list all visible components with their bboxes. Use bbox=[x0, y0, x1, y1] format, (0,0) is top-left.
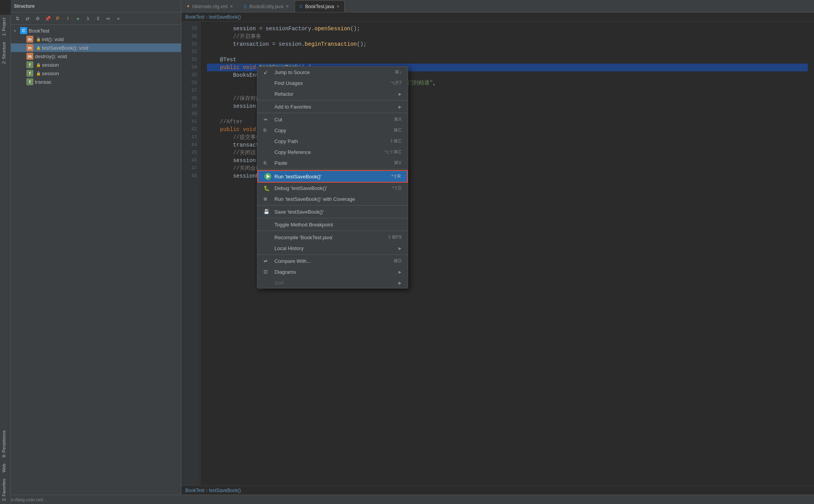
toolbar-f[interactable]: f bbox=[64, 14, 72, 23]
tab-book-test[interactable]: C BookTest.java ✕ bbox=[295, 0, 345, 12]
menu-item-copy[interactable]: ⎘ Copy ⌘C bbox=[257, 125, 408, 136]
bottom-breadcrumb-method[interactable]: testSaveBook() bbox=[209, 488, 241, 493]
tree-item-label: init(): void bbox=[42, 36, 64, 42]
tab-label: BookTest.java bbox=[305, 4, 334, 9]
toolbar-expand[interactable]: ⇕ bbox=[94, 14, 102, 23]
menu-item-compare-with[interactable]: ⇌ Compare With... ⌘D bbox=[257, 255, 408, 266]
toolbar-circle[interactable]: ● bbox=[74, 14, 82, 23]
menu-item-label: Copy Reference bbox=[274, 149, 376, 155]
menu-separator bbox=[257, 254, 408, 255]
menu-item-label: Find Usages bbox=[274, 80, 383, 86]
submenu-arrow: ▶ bbox=[398, 270, 402, 274]
toolbar-settings[interactable]: ⚙ bbox=[33, 14, 42, 23]
submenu-arrow: ▶ bbox=[398, 281, 402, 285]
run-triangle bbox=[267, 174, 270, 178]
context-menu-overlay: ↙ Jump to Source ⌘↓ Find Usages ⌥F7 Refa… bbox=[181, 22, 814, 485]
menu-shortcut: ^⇧R bbox=[391, 174, 401, 179]
class-icon: C bbox=[20, 27, 27, 34]
xml-icon: ✦ bbox=[186, 4, 190, 9]
menu-item-label: Recompile 'BookTest.java' bbox=[274, 235, 380, 240]
left-sidebar: 1: Project 2: Structure 8: Persistence W… bbox=[0, 15, 11, 504]
menu-item-run-coverage[interactable]: ⊞ Run 'testSaveBook()' with Coverage bbox=[257, 193, 408, 204]
breadcrumb-item[interactable]: testSaveBook() bbox=[209, 14, 241, 20]
java-icon: C bbox=[244, 4, 247, 9]
menu-item-add-to-favorites[interactable]: Add to Favorites ▶ bbox=[257, 101, 408, 112]
sidebar-item-web[interactable]: Web bbox=[0, 461, 10, 475]
structure-panel: Structure ⇅ ⇄ ⚙ 📌 P f ● λ ⇕ ⇔ » ▾ C Book… bbox=[11, 0, 181, 495]
menu-item-paste[interactable]: ⎗ Paste ⌘V bbox=[257, 157, 408, 168]
menu-item-save[interactable]: 💾 Save 'testSaveBook()' bbox=[257, 206, 408, 217]
menu-item-label: Diagrams bbox=[274, 269, 398, 275]
menu-item-local-history[interactable]: Local History ▶ bbox=[257, 243, 408, 254]
status-bar: https://blog.csdn.net/... bbox=[0, 495, 814, 504]
tree-item-session2[interactable]: f 🔒 session bbox=[11, 69, 181, 78]
menu-shortcut: ⌘D bbox=[393, 258, 402, 264]
menu-item-jump-to-source[interactable]: ↙ Jump to Source ⌘↓ bbox=[257, 67, 408, 78]
tree-item-destroy[interactable]: m destroy(): void bbox=[11, 52, 181, 60]
jump-to-source-icon: ↙ bbox=[264, 69, 271, 75]
tab-close-btn[interactable]: ✕ bbox=[286, 4, 289, 9]
tab-books-entity[interactable]: C BooksEntity.java ✕ bbox=[239, 0, 294, 12]
menu-item-cut[interactable]: ✂ Cut ⌘X bbox=[257, 114, 408, 125]
tab-hibernate-cfg[interactable]: ✦ hibernate.cfg.xml ✕ bbox=[181, 0, 238, 12]
toolbar-p[interactable]: P bbox=[53, 14, 62, 23]
menu-item-debug[interactable]: 🐛 Debug 'testSaveBook()' ^⇧D bbox=[257, 183, 408, 193]
toolbar-more[interactable]: » bbox=[114, 14, 122, 23]
sidebar-item-structure[interactable]: 2: Structure bbox=[0, 39, 10, 67]
toolbar-pin[interactable]: 📌 bbox=[43, 14, 52, 23]
toolbar-sort-type[interactable]: ⇄ bbox=[23, 14, 32, 23]
menu-shortcut: ⇧⌘C bbox=[390, 138, 402, 144]
menu-item-copy-path[interactable]: Copy Path ⇧⌘C bbox=[257, 136, 408, 147]
menu-item-run[interactable]: Run 'testSaveBook()' ^⇧R bbox=[257, 170, 408, 183]
menu-item-label: Jump to Source bbox=[274, 69, 387, 75]
sidebar-item-favorites[interactable]: 2: Favorites bbox=[0, 476, 10, 504]
tab-close-btn[interactable]: ✕ bbox=[336, 4, 340, 9]
tree-item-session1[interactable]: f 🔒 session bbox=[11, 60, 181, 69]
tree-arrow: ▾ bbox=[14, 29, 20, 33]
java-icon: C bbox=[300, 4, 303, 9]
structure-toolbar: ⇅ ⇄ ⚙ 📌 P f ● λ ⇕ ⇔ » bbox=[11, 12, 181, 25]
tree-item-init[interactable]: m 🔒 init(): void bbox=[11, 35, 181, 43]
menu-separator bbox=[257, 205, 408, 205]
tabs-bar: ✦ hibernate.cfg.xml ✕ C BooksEntity.java… bbox=[181, 0, 814, 12]
cut-icon: ✂ bbox=[264, 117, 271, 123]
menu-item-toggle-breakpoint[interactable]: Toggle Method Breakpoint bbox=[257, 219, 408, 230]
main-area: Structure ⇅ ⇄ ⚙ 📌 P f ● λ ⇕ ⇔ » ▾ C Book… bbox=[11, 0, 814, 495]
lock-icon: 🔒 bbox=[36, 37, 41, 41]
toolbar-sort-alpha[interactable]: ⇅ bbox=[13, 14, 22, 23]
code-editor[interactable]: 29 30 31 32 33 34 35 36 37 38 39 40 41 4… bbox=[181, 22, 814, 485]
menu-shortcut: ⌘↓ bbox=[395, 69, 402, 75]
breadcrumb-sep: › bbox=[206, 14, 207, 20]
toolbar-collapse[interactable]: ⇔ bbox=[104, 14, 112, 23]
breadcrumb-item[interactable]: BookTest bbox=[185, 14, 204, 20]
breadcrumb-sep: › bbox=[206, 488, 207, 493]
menu-separator bbox=[257, 100, 408, 100]
menu-item-find-usages[interactable]: Find Usages ⌥F7 bbox=[257, 78, 408, 88]
tree-item-testsavebook[interactable]: m 🔒 testSaveBook(): void bbox=[11, 43, 181, 52]
menu-item-label: Run 'testSaveBook()' bbox=[274, 174, 384, 180]
menu-item-label: Local History bbox=[274, 245, 398, 251]
menu-item-refactor[interactable]: Refactor ▶ bbox=[257, 88, 408, 99]
submenu-arrow: ▶ bbox=[398, 92, 402, 96]
tree-item-booktest[interactable]: ▾ C BookTest bbox=[11, 26, 181, 35]
field-icon: f bbox=[26, 61, 33, 68]
menu-item-recompile[interactable]: Recompile 'BookTest.java' ⇧⌘F9 bbox=[257, 232, 408, 243]
tab-close-btn[interactable]: ✕ bbox=[230, 4, 233, 9]
menu-item-copy-reference[interactable]: Copy Reference ⌥⇧⌘C bbox=[257, 147, 408, 157]
bottom-breadcrumb-booktest[interactable]: BookTest bbox=[185, 488, 204, 493]
menu-item-diagrams[interactable]: ⊡ Diagrams ▶ bbox=[257, 266, 408, 277]
sidebar-item-project[interactable]: 1: Project bbox=[0, 15, 10, 39]
method-icon: m bbox=[26, 44, 33, 51]
sidebar-item-persistence[interactable]: 8: Persistence bbox=[0, 427, 10, 461]
diagrams-icon: ⊡ bbox=[264, 269, 271, 274]
tree-item-label: destroy(): void bbox=[35, 54, 67, 59]
context-menu: ↙ Jump to Source ⌘↓ Find Usages ⌥F7 Refa… bbox=[257, 66, 408, 288]
run-icon bbox=[264, 173, 271, 180]
tree-item-transac[interactable]: f transac bbox=[11, 78, 181, 86]
method-icon: m bbox=[26, 36, 33, 43]
toolbar-lambda[interactable]: λ bbox=[84, 14, 92, 23]
menu-shortcut: ⌥⇧⌘C bbox=[384, 149, 402, 155]
lock-icon: 🔒 bbox=[36, 63, 41, 67]
structure-panel-title: Structure bbox=[14, 3, 34, 9]
menu-separator bbox=[257, 169, 408, 169]
